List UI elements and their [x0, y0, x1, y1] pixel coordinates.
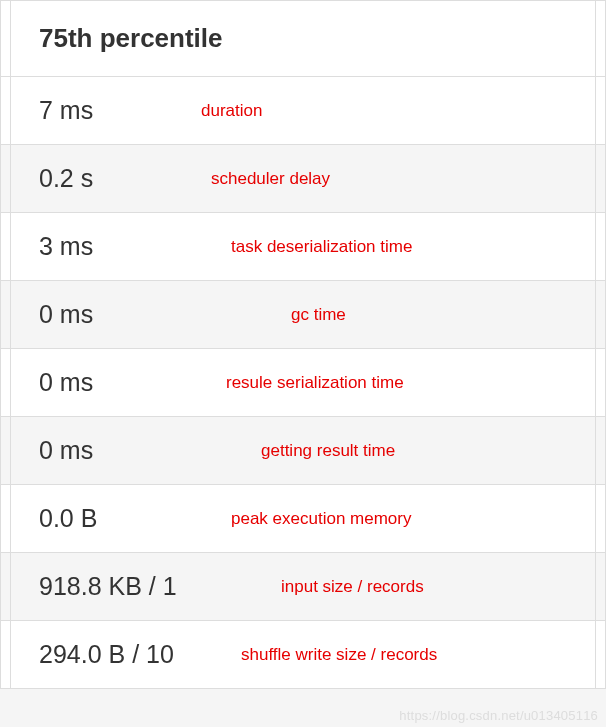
- header-text: 75th percentile: [39, 23, 223, 53]
- row-right-stub: [596, 213, 606, 281]
- table-row: 3 mstask deserialization time: [1, 213, 606, 281]
- row-right-stub: [596, 553, 606, 621]
- data-cell: 294.0 B / 10shuffle write size / records: [11, 621, 596, 689]
- row-left-stub: [1, 417, 11, 485]
- header-left-stub: [1, 1, 11, 77]
- table-row: 0 msgc time: [1, 281, 606, 349]
- table-row: 7 msduration: [1, 77, 606, 145]
- metric-value: 7 ms: [39, 96, 93, 125]
- data-cell: 7 msduration: [11, 77, 596, 145]
- row-left-stub: [1, 621, 11, 689]
- table-row: 0 msgetting result time: [1, 417, 606, 485]
- table-body: 7 msduration0.2 sscheduler delay3 mstask…: [1, 77, 606, 689]
- watermark-text: https://blog.csdn.net/u013405116: [399, 708, 598, 723]
- metric-value: 0 ms: [39, 436, 93, 465]
- table-row: 294.0 B / 10shuffle write size / records: [1, 621, 606, 689]
- data-cell: 3 mstask deserialization time: [11, 213, 596, 281]
- metric-annotation: input size / records: [281, 577, 424, 597]
- metric-annotation: duration: [201, 101, 262, 121]
- data-cell: 0 msgc time: [11, 281, 596, 349]
- metric-value: 0 ms: [39, 300, 93, 329]
- row-left-stub: [1, 145, 11, 213]
- metric-annotation: resule serialization time: [226, 373, 404, 393]
- row-right-stub: [596, 77, 606, 145]
- metric-value: 0.2 s: [39, 164, 93, 193]
- metric-annotation: shuffle write size / records: [241, 645, 437, 665]
- metric-annotation: scheduler delay: [211, 169, 330, 189]
- metric-annotation: peak execution memory: [231, 509, 411, 529]
- metric-annotation: gc time: [291, 305, 346, 325]
- row-right-stub: [596, 621, 606, 689]
- row-right-stub: [596, 281, 606, 349]
- metric-value: 0 ms: [39, 368, 93, 397]
- row-right-stub: [596, 349, 606, 417]
- table-row: 0 msresule serialization time: [1, 349, 606, 417]
- data-cell: 0 msgetting result time: [11, 417, 596, 485]
- metric-value: 3 ms: [39, 232, 93, 261]
- row-left-stub: [1, 213, 11, 281]
- row-left-stub: [1, 281, 11, 349]
- data-cell: 0.0 Bpeak execution memory: [11, 485, 596, 553]
- row-left-stub: [1, 349, 11, 417]
- header-right-stub: [596, 1, 606, 77]
- row-right-stub: [596, 485, 606, 553]
- column-header: 75th percentile: [11, 1, 596, 77]
- table-row: 918.8 KB / 1input size / records: [1, 553, 606, 621]
- metric-annotation: task deserialization time: [231, 237, 412, 257]
- metric-value: 918.8 KB / 1: [39, 572, 177, 601]
- table-row: 0.0 Bpeak execution memory: [1, 485, 606, 553]
- percentile-table: 75th percentile 7 msduration0.2 sschedul…: [0, 0, 606, 689]
- metric-annotation: getting result time: [261, 441, 395, 461]
- table-row: 0.2 sscheduler delay: [1, 145, 606, 213]
- data-cell: 0.2 sscheduler delay: [11, 145, 596, 213]
- metric-value: 0.0 B: [39, 504, 97, 533]
- data-cell: 0 msresule serialization time: [11, 349, 596, 417]
- row-right-stub: [596, 145, 606, 213]
- row-left-stub: [1, 485, 11, 553]
- header-row: 75th percentile: [1, 1, 606, 77]
- data-cell: 918.8 KB / 1input size / records: [11, 553, 596, 621]
- row-right-stub: [596, 417, 606, 485]
- row-left-stub: [1, 77, 11, 145]
- row-left-stub: [1, 553, 11, 621]
- metric-value: 294.0 B / 10: [39, 640, 174, 669]
